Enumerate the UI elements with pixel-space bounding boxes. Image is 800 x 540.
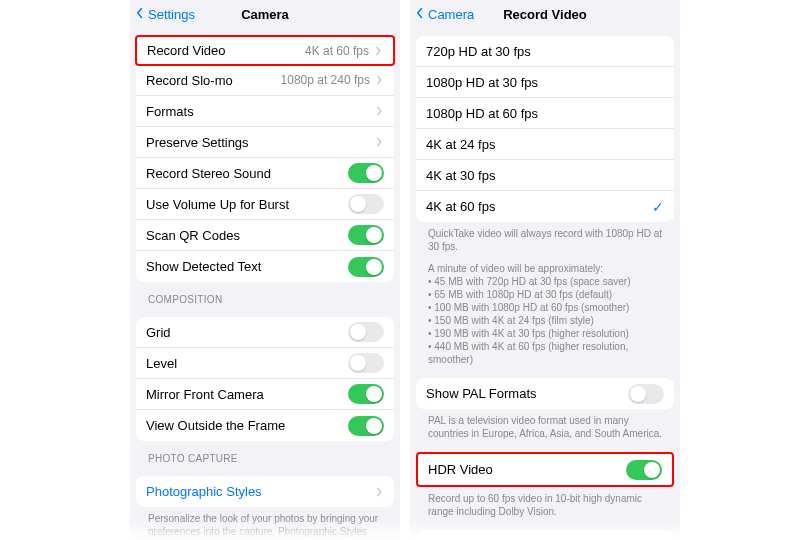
row-value: 1080p at 240 fps — [281, 73, 370, 87]
resolution-option[interactable]: 4K at 24 fps — [416, 129, 674, 160]
photo-capture-footer: Personalize the look of your photos by b… — [136, 507, 394, 540]
hdr-footer: Record up to 60 fps video in 10-bit high… — [416, 487, 674, 522]
option-label: 720p HD at 30 fps — [426, 44, 531, 59]
row-label: Show Detected Text — [146, 259, 261, 274]
camera-setting-row[interactable]: Scan QR Codes — [136, 220, 394, 251]
row-value: 4K at 60 fps — [305, 44, 369, 58]
resolution-option[interactable]: 1080p HD at 30 fps — [416, 67, 674, 98]
composition-header: COMPOSITION — [136, 282, 394, 309]
resolution-option[interactable]: 4K at 60 fps✓ — [416, 191, 674, 222]
row-label: Scan QR Codes — [146, 228, 240, 243]
page-title: Camera — [241, 7, 289, 22]
chevron-left-icon — [414, 7, 426, 22]
toggle-switch[interactable] — [348, 163, 384, 183]
composition-group: GridLevelMirror Front CameraView Outside… — [136, 317, 394, 441]
hdr-video-row[interactable]: HDR Video — [418, 454, 672, 485]
chevron-right-icon — [374, 75, 384, 85]
resolution-option[interactable]: 720p HD at 30 fps — [416, 36, 674, 67]
show-pal-formats-row[interactable]: Show PAL Formats — [416, 378, 674, 409]
row-label: Formats — [146, 104, 194, 119]
resolution-option[interactable]: 1080p HD at 60 fps — [416, 98, 674, 129]
option-label: 4K at 24 fps — [426, 137, 495, 152]
row-label: Record Slo-mo — [146, 73, 233, 88]
camera-settings-pane: Settings Camera Record Video4K at 60 fps… — [130, 0, 400, 540]
pal-label: Show PAL Formats — [426, 386, 537, 401]
photographic-styles-label: Photographic Styles — [146, 484, 262, 499]
row-label: Use Volume Up for Burst — [146, 197, 289, 212]
toggle-switch[interactable] — [348, 194, 384, 214]
nav-header: Camera Record Video — [410, 0, 680, 28]
camera-setting-row[interactable]: Formats — [136, 96, 394, 127]
checkmark-icon: ✓ — [652, 199, 664, 215]
camera-setting-row[interactable]: Show Detected Text — [136, 251, 394, 282]
row-label: Mirror Front Camera — [146, 387, 264, 402]
toggle-switch[interactable] — [626, 460, 662, 480]
camera-setting-row[interactable]: Use Volume Up for Burst — [136, 189, 394, 220]
toggle-switch[interactable] — [628, 384, 664, 404]
back-label: Camera — [428, 7, 474, 22]
page-title: Record Video — [503, 7, 587, 22]
chevron-right-icon — [374, 137, 384, 147]
back-button[interactable]: Settings — [134, 7, 195, 22]
chevron-right-icon — [374, 487, 384, 497]
toggle-switch[interactable] — [348, 353, 384, 373]
composition-setting-row[interactable]: Grid — [136, 317, 394, 348]
camera-setting-row[interactable]: Preserve Settings — [136, 127, 394, 158]
composition-setting-row[interactable]: View Outside the Frame — [136, 410, 394, 441]
row-label: Record Stereo Sound — [146, 166, 271, 181]
option-label: 1080p HD at 30 fps — [426, 75, 538, 90]
composition-setting-row[interactable]: Mirror Front Camera — [136, 379, 394, 410]
resolution-option[interactable]: 4K at 30 fps — [416, 160, 674, 191]
back-button[interactable]: Camera — [414, 7, 474, 22]
auto-fps-row[interactable]: Auto FPS Auto 30 fps — [416, 530, 674, 540]
hdr-group: HDR Video — [416, 452, 674, 487]
row-label: Level — [146, 356, 177, 371]
option-label: 4K at 30 fps — [426, 168, 495, 183]
option-label: 4K at 60 fps — [426, 199, 495, 214]
toggle-switch[interactable] — [348, 225, 384, 245]
row-label: Grid — [146, 325, 171, 340]
photographic-styles-row[interactable]: Photographic Styles — [136, 476, 394, 507]
photo-capture-header: PHOTO CAPTURE — [136, 441, 394, 468]
toggle-switch[interactable] — [348, 416, 384, 436]
camera-setting-row[interactable]: Record Slo-mo1080p at 240 fps — [136, 65, 394, 96]
auto-fps-group: Auto FPS Auto 30 fps — [416, 530, 674, 540]
camera-setting-row[interactable]: Record Stereo Sound — [136, 158, 394, 189]
row-label: Record Video — [147, 43, 226, 58]
option-label: 1080p HD at 60 fps — [426, 106, 538, 121]
chevron-right-icon — [374, 106, 384, 116]
size-estimate-note: A minute of video will be approximately:… — [416, 257, 674, 370]
row-label: Preserve Settings — [146, 135, 249, 150]
camera-main-group: Record Video4K at 60 fpsRecord Slo-mo108… — [136, 35, 394, 282]
chevron-left-icon — [134, 7, 146, 22]
record-video-pane: Camera Record Video 720p HD at 30 fps108… — [410, 0, 680, 540]
composition-setting-row[interactable]: Level — [136, 348, 394, 379]
row-label: View Outside the Frame — [146, 418, 285, 433]
toggle-switch[interactable] — [348, 257, 384, 277]
back-label: Settings — [148, 7, 195, 22]
toggle-switch[interactable] — [348, 384, 384, 404]
video-resolution-group: 720p HD at 30 fps1080p HD at 30 fps1080p… — [416, 36, 674, 222]
chevron-right-icon — [373, 46, 383, 56]
pal-footer: PAL is a television video format used in… — [416, 409, 674, 444]
photo-capture-group: Photographic Styles — [136, 476, 394, 507]
hdr-label: HDR Video — [428, 462, 493, 477]
pal-group: Show PAL Formats — [416, 378, 674, 409]
camera-setting-row[interactable]: Record Video4K at 60 fps — [135, 35, 395, 66]
nav-header: Settings Camera — [130, 0, 400, 28]
quicktake-note: QuickTake video will always record with … — [416, 222, 674, 257]
toggle-switch[interactable] — [348, 322, 384, 342]
